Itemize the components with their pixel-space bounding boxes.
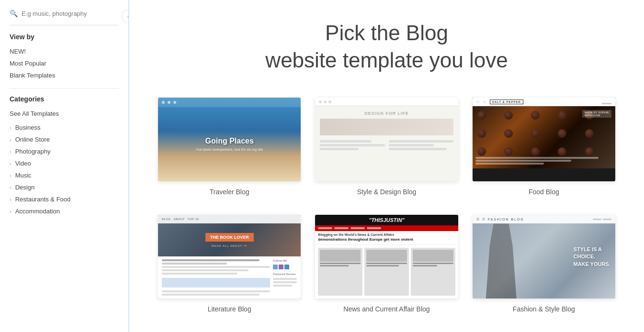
view-by-label: View by <box>10 33 119 41</box>
traveler-hero-sub: I've been everywhere, but it's on my lis… <box>196 147 263 152</box>
search-input[interactable] <box>22 10 119 17</box>
chevron-right-icon: › <box>10 125 11 131</box>
sidebar-item-music[interactable]: › Music <box>10 169 119 181</box>
sidebar-item-online-store[interactable]: › Online Store <box>10 133 119 145</box>
template-thumb-food: SALT & PEPPER M <box>473 98 615 181</box>
food-brand: SALT & PEPPER <box>490 100 523 104</box>
literature-badge-sub: READ ALL ABOUT IT <box>212 244 247 247</box>
style-brand: DESIGN FOR LIFE <box>320 111 453 116</box>
sidebar-collapse-button[interactable]: ‹ <box>122 10 129 23</box>
sidebar-item-video[interactable]: › Video <box>10 157 119 169</box>
sidebar: ‹ 🔍 View by NEW! Most Popular Blank Temp… <box>0 0 129 332</box>
template-card-traveler-blog[interactable]: Going Places I've been everywhere, but i… <box>158 98 301 196</box>
template-card-fashion-blog[interactable]: Fashion Blog STYLE IS ACHOICE.MAKE YOURS… <box>473 215 615 313</box>
sidebar-item-most-popular[interactable]: Most Popular <box>10 57 119 69</box>
main-content: Pick the Blog website template you love … <box>129 0 644 332</box>
chevron-right-icon: › <box>10 161 11 166</box>
template-label-food: Food Blog <box>529 188 559 196</box>
template-label-news: News and Current Affair Blog <box>343 305 429 313</box>
templates-grid: Going Places I've been everywhere, but i… <box>158 98 615 313</box>
news-subline: Blogging on the World's News & Current A… <box>318 233 455 236</box>
news-headline: "THISJUSTIN" <box>369 217 405 223</box>
sidebar-item-blank-templates[interactable]: Blank Templates <box>10 69 119 81</box>
template-label-traveler: Traveler Blog <box>210 188 249 196</box>
cat-label-business: Business <box>15 124 41 131</box>
fashion-brand: Fashion Blog <box>488 218 524 221</box>
traveler-hero-text: Going Places <box>205 137 253 145</box>
sidebar-divider <box>10 88 119 89</box>
literature-badge: THE BOOK LOVER <box>205 233 254 242</box>
sidebar-item-business[interactable]: › Business <box>10 122 119 133</box>
chevron-right-icon: › <box>10 173 11 178</box>
template-card-news-blog[interactable]: "THISJUSTIN" Blogging on the World's New… <box>315 215 458 313</box>
cat-label-restaurants-food: Restaurants & Food <box>15 196 71 203</box>
template-label-fashion: Fashion & Style Blog <box>513 305 575 313</box>
chevron-right-icon: › <box>10 149 11 155</box>
chevron-right-icon: › <box>10 209 11 214</box>
sidebar-item-restaurants-food[interactable]: › Restaurants & Food <box>10 193 119 205</box>
sidebar-item-accommodation[interactable]: › Accommodation <box>10 205 119 217</box>
template-card-literature-blog[interactable]: BLOG ABOUT TOP 10 THE BOOK LOVER READ AL… <box>158 215 301 313</box>
chevron-right-icon: › <box>10 197 11 202</box>
cat-label-online-store: Online Store <box>15 136 50 143</box>
cat-label-video: Video <box>15 160 31 167</box>
template-thumb-traveler: Going Places I've been everywhere, but i… <box>158 98 301 181</box>
search-wrapper: 🔍 <box>10 10 119 25</box>
cat-label-design: Design <box>15 184 34 191</box>
search-icon: 🔍 <box>10 10 18 17</box>
template-thumb-news: "THISJUSTIN" Blogging on the World's New… <box>315 215 458 299</box>
cat-label-music: Music <box>15 172 32 179</box>
sidebar-item-photography[interactable]: › Photography <box>10 145 119 157</box>
fashion-slogan: STYLE IS ACHOICE.MAKE YOURS. <box>574 246 610 268</box>
categories-label: Categories <box>10 95 119 103</box>
cat-label-photography: Photography <box>15 148 51 155</box>
page-title: Pick the Blog website template you love <box>158 19 615 74</box>
cat-label-accommodation: Accommodation <box>15 208 60 215</box>
template-card-food-blog[interactable]: SALT & PEPPER M <box>473 98 615 196</box>
chevron-right-icon: › <box>10 137 11 143</box>
template-label-literature: Literature Blog <box>208 305 251 313</box>
template-card-style-design-blog[interactable]: DESIGN FOR LIFE <box>315 98 458 196</box>
template-thumb-style: DESIGN FOR LIFE <box>315 98 458 181</box>
template-thumb-fashion: Fashion Blog STYLE IS ACHOICE.MAKE YOURS… <box>473 215 615 299</box>
template-thumb-literature: BLOG ABOUT TOP 10 THE BOOK LOVER READ AL… <box>158 215 301 299</box>
template-label-style-design: Style & Design Blog <box>357 188 417 196</box>
chevron-right-icon: › <box>10 185 11 190</box>
sidebar-item-design[interactable]: › Design <box>10 181 119 193</box>
sidebar-item-new[interactable]: NEW! <box>10 45 119 57</box>
chevron-left-icon: ‹ <box>127 12 129 20</box>
see-all-templates[interactable]: See All Templates <box>10 108 119 120</box>
